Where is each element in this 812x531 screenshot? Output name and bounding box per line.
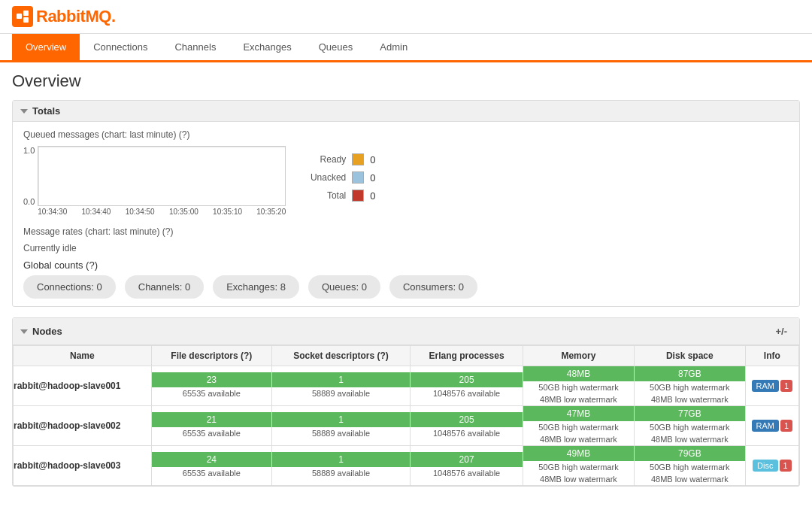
message-rates-label: Message rates (chart: last minute) (?) [23, 226, 789, 237]
node-memory-1: 47MB50GB high watermark48MB low watermar… [523, 406, 635, 446]
logo-icon [12, 6, 33, 27]
svg-rect-2 [23, 17, 29, 23]
message-rates-section: Message rates (chart: last minute) (?) C… [23, 226, 789, 253]
count-consumers[interactable]: Consumers: 0 [389, 275, 477, 299]
legend-unacked: Unacked 0 [301, 171, 375, 184]
x-label-4: 10:35:10 [213, 208, 242, 216]
count-queues-label: Queues: [322, 281, 359, 293]
nav-queues[interactable]: Queues [305, 34, 367, 62]
col-disk-space: Disk space [634, 346, 745, 366]
count-exchanges-label: Exchanges: [226, 281, 277, 293]
info-type-badge[interactable]: RAM [752, 420, 779, 432]
svg-rect-1 [23, 11, 29, 16]
logo: RabbitMQ. [12, 6, 116, 27]
node-file-2: 2465535 available [151, 446, 271, 486]
count-exchanges-value: 8 [280, 281, 286, 293]
chart-y-top: 1.0 [23, 146, 35, 155]
legend-ready-value: 0 [370, 154, 375, 165]
count-channels[interactable]: Channels: 0 [125, 275, 204, 299]
plus-minus-button[interactable]: +/- [771, 323, 792, 340]
node-socket-0: 158889 available [271, 366, 410, 406]
node-erlang-0: 2051048576 available [411, 366, 523, 406]
col-info: Info [745, 346, 798, 366]
nodes-header-left: Nodes [20, 326, 62, 337]
col-memory: Memory [523, 346, 635, 366]
legend-total-color [352, 190, 364, 202]
node-info-2: Disc1 [745, 446, 798, 486]
legend: Ready 0 Unacked 0 Total 0 [301, 146, 375, 202]
chart-svg [38, 146, 286, 206]
nodes-section: Nodes +/- Name File descriptors (?) Sock… [12, 317, 800, 487]
currently-idle: Currently idle [23, 243, 789, 253]
node-disk-1: 77GB50GB high watermark48MB low watermar… [634, 406, 745, 446]
node-name-1: rabbit@hadoop-slave002 [14, 406, 152, 446]
node-erlang-1: 2051048576 available [411, 406, 523, 446]
global-counts-row: Connections: 0 Channels: 0 Exchanges: 8 … [23, 275, 789, 299]
global-counts-label: Global counts (?) [23, 259, 789, 271]
queued-messages-chart-area: 1.0 0.0 10:34:30 10:34:40 10:34:50 [23, 146, 789, 216]
legend-ready-label: Ready [301, 154, 346, 165]
info-type-badge[interactable]: Disc [753, 460, 777, 472]
count-queues[interactable]: Queues: 0 [308, 275, 380, 299]
node-memory-2: 49MB50GB high watermark48MB low watermar… [523, 446, 635, 486]
node-file-1: 2165535 available [151, 406, 271, 446]
legend-ready-color [352, 153, 364, 165]
chart-box: 1.0 0.0 10:34:30 10:34:40 10:34:50 [23, 146, 286, 216]
totals-header: Totals [13, 101, 799, 122]
count-connections-value: 0 [97, 281, 102, 293]
nav-admin[interactable]: Admin [366, 34, 421, 62]
chart-y-labels: 1.0 0.0 [23, 146, 35, 206]
top-header: RabbitMQ. [0, 0, 812, 34]
info-num-badge: 1 [780, 460, 792, 472]
chart-inner: 1.0 0.0 10:34:30 10:34:40 10:34:50 [23, 146, 286, 216]
col-name: Name [14, 346, 152, 366]
count-channels-label: Channels: [138, 281, 183, 293]
node-name-0: rabbit@hadoop-slave001 [14, 366, 152, 406]
nodes-title: Nodes [32, 326, 62, 337]
nodes-table-header-row: Name File descriptors (?) Socket descrip… [14, 346, 799, 366]
totals-title: Totals [32, 105, 60, 117]
count-queues-value: 0 [362, 281, 367, 293]
logo-text: RabbitMQ. [36, 7, 116, 26]
legend-ready: Ready 0 [301, 153, 375, 165]
page-title: Overview [12, 71, 800, 91]
x-label-5: 10:35:20 [256, 208, 286, 216]
count-channels-value: 0 [185, 281, 190, 293]
nodes-table-container: Name File descriptors (?) Socket descrip… [13, 345, 799, 486]
node-erlang-2: 2071048576 available [411, 446, 523, 486]
chart-y-bottom: 0.0 [23, 197, 35, 206]
nav-exchanges[interactable]: Exchanges [229, 34, 304, 62]
info-num-badge: 1 [780, 380, 792, 392]
node-socket-2: 158889 available [271, 446, 410, 486]
col-file-descriptors: File descriptors (?) [151, 346, 271, 366]
table-row: rabbit@hadoop-slave0022165535 available1… [14, 406, 799, 446]
nodes-arrow-icon [20, 329, 28, 334]
nodes-table: Name File descriptors (?) Socket descrip… [13, 345, 799, 486]
legend-total-label: Total [301, 190, 346, 201]
x-label-0: 10:34:30 [38, 208, 67, 216]
nav-bar: Overview Connections Channels Exchanges … [0, 34, 812, 62]
legend-unacked-color [352, 171, 364, 184]
info-type-badge[interactable]: RAM [752, 380, 779, 392]
count-exchanges[interactable]: Exchanges: 8 [213, 275, 299, 299]
totals-section: Totals Queued messages (chart: last minu… [12, 100, 800, 307]
page-content: Overview Totals Queued messages (chart: … [0, 62, 812, 506]
node-disk-2: 79GB50GB high watermark48MB low watermar… [634, 446, 745, 486]
legend-unacked-value: 0 [370, 172, 375, 184]
legend-unacked-label: Unacked [301, 172, 346, 183]
col-socket-descriptors: Socket descriptors (?) [271, 346, 410, 366]
count-connections[interactable]: Connections: 0 [23, 275, 116, 299]
table-row: rabbit@hadoop-slave0032465535 available1… [14, 446, 799, 486]
x-label-3: 10:35:00 [169, 208, 198, 216]
nav-channels[interactable]: Channels [161, 34, 229, 62]
nav-overview[interactable]: Overview [12, 34, 80, 62]
nav-connections[interactable]: Connections [80, 34, 161, 62]
nodes-header: Nodes +/- [13, 318, 799, 345]
table-row: rabbit@hadoop-slave0012365535 available1… [14, 366, 799, 406]
totals-arrow-icon [20, 109, 28, 114]
legend-total-value: 0 [370, 190, 375, 202]
node-info-0: RAM1 [745, 366, 798, 406]
node-memory-0: 48MB50GB high watermark48MB low watermar… [523, 366, 635, 406]
totals-body: Queued messages (chart: last minute) (?)… [13, 122, 799, 306]
global-counts-section: Global counts (?) Connections: 0 Channel… [23, 259, 789, 299]
